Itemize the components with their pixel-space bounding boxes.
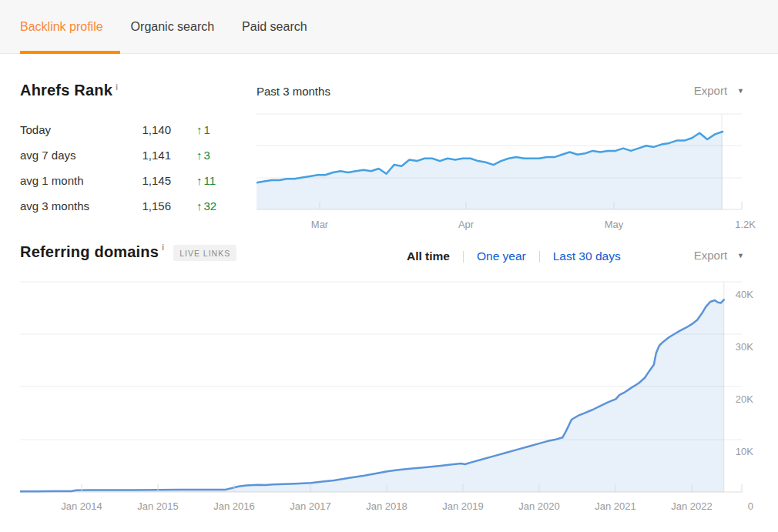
- rank-row-avg-7-days: avg 7 days 1,141 ↑3: [20, 142, 259, 168]
- ahrefs-rank-chart[interactable]: MarAprMay1.2K: [257, 112, 757, 231]
- range-last-30-days[interactable]: Last 30 days: [553, 249, 621, 263]
- svg-text:30K: 30K: [736, 341, 753, 353]
- svg-text:10K: 10K: [736, 446, 753, 457]
- separator: [463, 251, 464, 263]
- svg-text:Jan 2022: Jan 2022: [671, 500, 713, 512]
- svg-text:Jan 2020: Jan 2020: [518, 500, 560, 512]
- range-one-year[interactable]: One year: [477, 249, 526, 263]
- svg-text:Apr: Apr: [458, 219, 475, 230]
- time-range-selector: All time One year Last 30 days: [407, 248, 621, 265]
- rank-row-delta: ↑3: [171, 149, 259, 162]
- separator: [539, 251, 540, 263]
- chevron-down-icon: ▼: [737, 252, 744, 259]
- rank-delta-value: 11: [204, 174, 216, 187]
- svg-text:20K: 20K: [736, 393, 753, 405]
- ahrefs-rank-title: Ahrefs Ranki: [20, 82, 118, 99]
- range-all-time[interactable]: All time: [407, 249, 450, 263]
- rank-delta-value: 3: [204, 149, 210, 162]
- svg-text:Jan 2016: Jan 2016: [213, 500, 255, 512]
- rank-chart-svg: MarAprMay1.2K: [257, 112, 757, 231]
- svg-text:Jan 2019: Jan 2019: [442, 500, 484, 512]
- svg-text:Jan 2018: Jan 2018: [366, 500, 407, 512]
- info-icon[interactable]: i: [116, 82, 118, 92]
- rank-row-avg-3-months: avg 3 months 1,156 ↑32: [20, 193, 259, 219]
- up-arrow-icon: ↑: [196, 123, 203, 136]
- rank-row-value: 1,140: [120, 123, 171, 136]
- active-tab-indicator: [20, 51, 120, 54]
- ahrefs-rank-heading: Ahrefs Rank: [20, 82, 112, 99]
- rank-row-delta: ↑11: [171, 174, 259, 187]
- rank-row-value: 1,141: [120, 149, 171, 162]
- chevron-down-icon: ▼: [737, 87, 744, 95]
- svg-text:Jan 2014: Jan 2014: [61, 500, 102, 512]
- rank-row-label: avg 3 months: [20, 199, 120, 212]
- referring-domains-chart-svg: Jan 2014Jan 2015Jan 2016Jan 2017Jan 2018…: [20, 281, 757, 514]
- svg-text:Jan 2015: Jan 2015: [137, 500, 179, 512]
- svg-text:Mar: Mar: [311, 219, 329, 230]
- svg-text:1.2K: 1.2K: [735, 219, 756, 230]
- rank-delta-value: 1: [204, 123, 210, 136]
- export-button[interactable]: Export ▼: [694, 84, 744, 97]
- live-links-badge: LIVE LINKS: [173, 245, 236, 261]
- referring-domains-heading: Referring domains: [20, 243, 159, 261]
- rank-row-delta: ↑1: [171, 123, 259, 136]
- svg-text:0: 0: [748, 500, 753, 512]
- up-arrow-icon: ↑: [196, 199, 203, 212]
- info-icon[interactable]: i: [162, 243, 164, 252]
- tab-paid-search[interactable]: Paid search: [242, 20, 307, 34]
- referring-domains-header: Referring domainsi LIVE LINKS: [20, 243, 236, 261]
- rank-delta-value: 32: [204, 199, 217, 212]
- rank-row-value: 1,145: [120, 174, 171, 187]
- svg-text:Jan 2021: Jan 2021: [595, 500, 636, 512]
- tab-backlink-profile[interactable]: Backlink profile: [20, 20, 103, 34]
- tab-organic-search[interactable]: Organic search: [131, 20, 215, 34]
- up-arrow-icon: ↑: [196, 149, 203, 162]
- rank-row-value: 1,156: [120, 199, 171, 212]
- rank-row-label: Today: [20, 123, 120, 136]
- up-arrow-icon: ↑: [196, 174, 203, 187]
- export-label: Export: [694, 249, 727, 262]
- rank-row-today: Today 1,140 ↑1: [20, 117, 259, 142]
- rank-row-avg-1-month: avg 1 month 1,145 ↑11: [20, 168, 259, 193]
- svg-text:40K: 40K: [736, 289, 753, 300]
- rank-row-label: avg 1 month: [20, 174, 120, 187]
- rank-row-delta: ↑32: [171, 199, 259, 212]
- export-button[interactable]: Export ▼: [694, 249, 744, 262]
- tab-bar: Backlink profile Organic search Paid sea…: [0, 0, 778, 54]
- rank-chart-period-label: Past 3 months: [257, 85, 330, 98]
- rank-row-label: avg 7 days: [20, 149, 120, 162]
- svg-text:May: May: [605, 219, 624, 230]
- svg-text:Jan 2017: Jan 2017: [290, 500, 331, 512]
- ahrefs-rank-table: Today 1,140 ↑1 avg 7 days 1,141 ↑3 avg 1…: [20, 117, 259, 219]
- referring-domains-chart[interactable]: Jan 2014Jan 2015Jan 2016Jan 2017Jan 2018…: [20, 281, 757, 514]
- export-label: Export: [694, 84, 727, 97]
